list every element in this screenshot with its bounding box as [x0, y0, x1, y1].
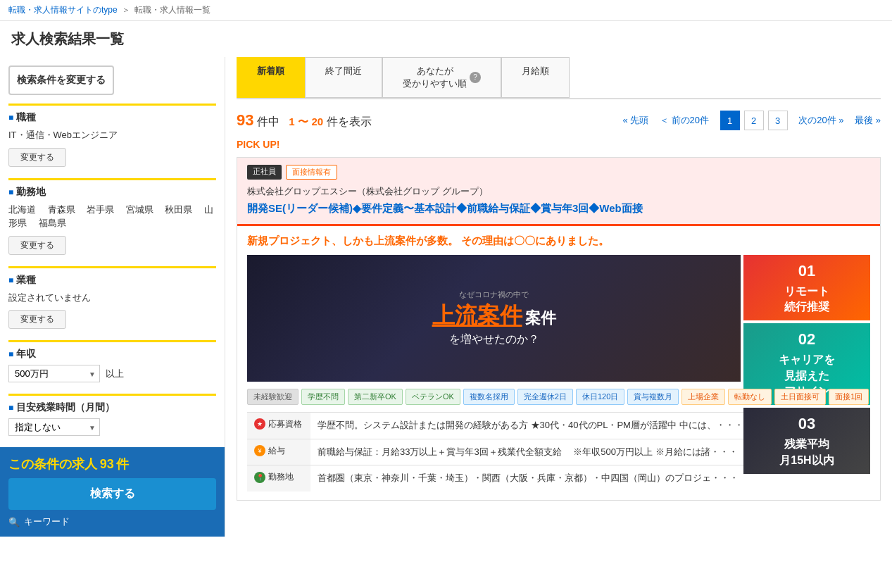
tab-easy-apply[interactable]: あなたが受かりやすい順 ?: [382, 57, 501, 98]
info-label-oubo: ★ 応募資格: [247, 412, 310, 439]
feature-tag-mensetu-1kai: 面接1回: [829, 389, 869, 405]
sidebar-search-conditions-button[interactable]: 検索条件を変更する: [8, 65, 114, 95]
job-sub-image-1[interactable]: 01 リモート続行推奨: [743, 255, 870, 321]
help-icon[interactable]: ?: [470, 72, 481, 83]
job-main-image[interactable]: なぜコロナ禍の中で 上流案件 案件 を増やせたのか？: [247, 255, 741, 382]
sidebar-kinmuchi-section: 勤務地 北海道 青森県 岩手県 宮城県 秋田県 山形県 福島県 変更する: [8, 178, 216, 255]
job-title-link[interactable]: 開発SE(リーダー候補)◆要件定義〜基本設計◆前職給与保証◆賞与年3回◆Web面…: [247, 201, 870, 217]
feature-tag-dainishinsotsu: 第二新卒OK: [348, 389, 403, 405]
sidebar-gyoshu-title: 業種: [8, 274, 216, 287]
result-range-start: 1: [289, 115, 294, 127]
sidebar-kinmuchi-value: 北海道 青森県 岩手県 宮城県 秋田県 山形県 福島県: [8, 203, 216, 230]
feature-tag-veteran: ベテランOK: [406, 389, 460, 405]
salary-unit: 以上: [106, 368, 124, 380]
result-count-left: 93 件中 1 〜 20 件を表示: [237, 111, 372, 130]
result-range-end: 20: [312, 115, 324, 127]
job-tags: 正社員 面接情報有: [247, 165, 870, 180]
pagination-page-2[interactable]: 2: [744, 111, 764, 130]
job-main-image-unit: 案件: [525, 308, 556, 330]
job-main-image-sub: なぜコロナ禍の中で: [432, 289, 556, 300]
job-images: なぜコロナ禍の中で 上流案件 案件 を増やせたのか？ 01: [247, 255, 870, 382]
result-total-number: 93: [237, 111, 253, 129]
salary-select-wrapper: 500万円 指定なし 300万円 400万円 600万円 700万円 800万円: [8, 365, 100, 382]
job-catchcopy: 新規プロジェクト、しかも上流案件が多数。 その理由は〇〇にありました。: [247, 234, 870, 248]
result-count-row: 93 件中 1 〜 20 件を表示 « 先頭 ＜ 前の20件 1 2 3 次の2…: [237, 111, 881, 130]
result-display-unit: 件を表示: [327, 115, 372, 127]
page-title: 求人検索結果一覧: [0, 21, 892, 57]
feature-tag-jojo: 上場企業: [681, 389, 725, 405]
breadcrumb-current: 転職・求人情報一覧: [134, 4, 211, 16]
breadcrumb-home-link[interactable]: 転職・求人情報サイトのtype: [8, 4, 118, 16]
sub-image-1-num: 01: [784, 261, 829, 282]
sub-image-2-num: 02: [779, 329, 835, 351]
sidebar-overtime-section: 目安残業時間（月間） 指定しない 10時間以内 20時間以内 30時間以内 40…: [8, 394, 216, 436]
feature-tags: 未経験歓迎 学歴不問 第二新卒OK ベテランOK 複数名採用 完全週休2日 休日…: [247, 389, 870, 405]
feature-tag-gakureki: 学歴不問: [301, 389, 345, 405]
search-icon: 🔍: [8, 517, 20, 527]
kyuyo-icon: ¥: [254, 445, 265, 456]
tab-easy-apply-label: あなたが受かりやすい順: [403, 65, 467, 90]
sub-image-3-title: 残業平均月15H以内: [779, 437, 834, 468]
job-company-name: 株式会社グロップエスシー（株式会社グロップ グループ）: [247, 185, 870, 198]
pagination-page-3[interactable]: 3: [768, 111, 788, 130]
kinmuchi-label-text: 勤務地: [268, 471, 294, 483]
sidebar-keyword-label: キーワード: [24, 515, 70, 528]
job-main-image-line2: を増やせたのか？: [432, 332, 556, 347]
pagination-next[interactable]: 次の20件 »: [798, 114, 843, 127]
sidebar-gyoshu-value: 設定されていません: [8, 291, 216, 305]
tag-seishain: 正社員: [247, 165, 282, 180]
job-sub-image-3[interactable]: 03 残業平均月15H以内: [743, 408, 870, 474]
sidebar-nenshu-title: 年収: [8, 348, 216, 361]
feature-tag-shoyo: 賞与複数月: [627, 389, 679, 405]
job-sub-images: 01 リモート続行推奨 02 キャリアを見据えたアサイン: [743, 255, 870, 382]
sidebar-this-condition-text: この条件の求人: [8, 457, 97, 471]
feature-tag-tenkin-nashi: 転勤なし: [728, 389, 772, 405]
info-label-kinmuchi: 📍 勤務地: [247, 465, 310, 492]
salary-select[interactable]: 500万円 指定なし 300万円 400万円 600万円 700万円 800万円: [8, 365, 100, 382]
pagination-last[interactable]: 最後 »: [855, 114, 881, 127]
overtime-select[interactable]: 指定しない 10時間以内 20時間以内 30時間以内 40時間以内: [8, 418, 100, 436]
sub-image-3-num: 03: [779, 413, 834, 435]
sidebar-search-button[interactable]: 検索する: [8, 478, 216, 510]
job-main-image-text: なぜコロナ禍の中で 上流案件 案件 を増やせたのか？: [432, 289, 556, 348]
sidebar-shokushu-value: IT・通信・Webエンジニア: [8, 128, 216, 142]
sidebar: 検索条件を変更する 職種 IT・通信・Webエンジニア 変更する 勤務地 北海道…: [0, 57, 225, 537]
job-detail: 新規プロジェクト、しかも上流案件が多数。 その理由は〇〇にありました。 なぜコロ…: [237, 226, 880, 500]
tab-new-order[interactable]: 新着順: [237, 57, 305, 98]
breadcrumb-sep: ＞: [122, 4, 130, 16]
result-range-sep: 〜: [298, 115, 308, 127]
pickup-label: PICK UP!: [237, 139, 881, 150]
sub-image-1-title: リモート続行推奨: [784, 284, 829, 315]
result-unit: 件中: [257, 115, 279, 127]
feature-tag-kanzen-kyuujitsu: 完全週休2日: [517, 389, 573, 405]
sort-tabs: 新着順 終了間近 あなたが受かりやすい順 ? 月給順: [237, 57, 881, 99]
job-card: 正社員 面接情報有 株式会社グロップエスシー（株式会社グロップ グループ） 開発…: [237, 157, 881, 501]
sidebar-shokushu-change-button[interactable]: 変更する: [8, 148, 66, 167]
kinmuchi-icon: 📍: [254, 472, 265, 483]
sidebar-keyword-row: 🔍 キーワード: [8, 515, 216, 528]
sidebar-shokushu-title: 職種: [8, 111, 216, 124]
breadcrumb: 転職・求人情報サイトのtype ＞ 転職・求人情報一覧: [0, 0, 892, 21]
info-label-kyuyo: ¥ 給与: [247, 439, 310, 465]
kyuyo-label-text: 給与: [268, 445, 285, 457]
job-main-image-highlight: 上流案件: [432, 300, 522, 332]
sidebar-kinmuchi-change-button[interactable]: 変更する: [8, 236, 66, 255]
oubo-label-text: 応募資格: [268, 418, 302, 430]
feature-tag-fukusu: 複数名採用: [463, 389, 515, 405]
tab-salary-order[interactable]: 月給順: [501, 57, 570, 98]
pagination-first[interactable]: « 先頭: [622, 114, 648, 127]
sidebar-nenshu-section: 年収 500万円 指定なし 300万円 400万円 600万円 700万円 80…: [8, 340, 216, 382]
tab-ending-soon[interactable]: 終了間近: [305, 57, 382, 98]
sidebar-gyoshu-change-button[interactable]: 変更する: [8, 310, 66, 329]
sidebar-shokushu-section: 職種 IT・通信・Webエンジニア 変更する: [8, 104, 216, 167]
pagination-prev[interactable]: ＜ 前の20件: [660, 114, 709, 127]
feature-tag-mikeiken: 未経験歓迎: [247, 389, 299, 405]
overtime-select-wrapper: 指定しない 10時間以内 20時間以内 30時間以内 40時間以内: [8, 418, 100, 436]
pagination-page-1[interactable]: 1: [720, 111, 740, 130]
sidebar-kinmuchi-title: 勤務地: [8, 186, 216, 199]
sidebar-count-label: この条件の求人 93 件: [8, 456, 216, 473]
sidebar-gyoshu-section: 業種 設定されていません 変更する: [8, 266, 216, 330]
sidebar-count-number: 93: [100, 457, 114, 471]
feature-tag-kyuujitsu120: 休日120日: [576, 389, 624, 405]
content-area: 新着順 終了間近 あなたが受かりやすい順 ? 月給順 93 件中 1 〜 20 …: [225, 57, 892, 537]
